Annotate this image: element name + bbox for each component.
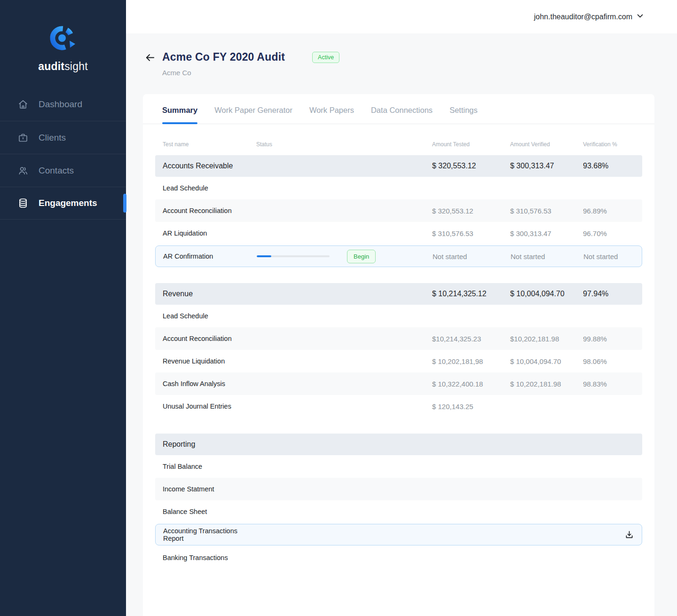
brand-wordmark: auditsight xyxy=(38,60,88,73)
verification-cell: 97.94% xyxy=(583,290,642,298)
tab-work-paper-generator[interactable]: Work Paper Generator xyxy=(214,94,292,124)
row-revenue-liquidation[interactable]: Revenue Liquidation$ 10,202,181,98$ 10,0… xyxy=(155,350,642,372)
amount-verified-cell: $ 310,576.53 xyxy=(510,207,583,215)
row-lead-schedule[interactable]: Lead Schedule xyxy=(155,305,642,327)
test-name-cell: AR Confirmation xyxy=(163,253,257,260)
home-icon xyxy=(17,98,29,111)
row-ar-liquidation[interactable]: AR Liquidation$ 310,576.53$ 300,313.4796… xyxy=(155,222,642,245)
row-account-reconciliation[interactable]: Account Reconciliation$10,214,325.23$10,… xyxy=(155,327,642,350)
sidebar-item-clients[interactable]: Clients xyxy=(0,121,126,154)
active-indicator xyxy=(123,194,126,213)
table-section-revenue: Revenue$ 10,214,325.12$ 10,004,094.7097.… xyxy=(155,283,642,418)
column-test-name: Test name xyxy=(163,141,256,148)
brand-name-bold: audit xyxy=(38,60,64,72)
brand: auditsight xyxy=(0,0,126,73)
arrow-left-icon xyxy=(145,57,156,64)
test-name-cell: Unusal Journal Entries xyxy=(163,403,256,410)
test-name-cell: Lead Schedule xyxy=(163,312,256,320)
row-unusal-journal-entries[interactable]: Unusal Journal Entries$ 120,143.25 xyxy=(155,395,642,418)
section-name: Accounts Receivable xyxy=(163,162,256,170)
app: auditsight Dashboard Clients xyxy=(0,0,677,616)
section-header-row-accounts-receivable: Accounts Receivable$ 320,553.12$ 300,313… xyxy=(155,155,642,177)
test-name-cell: Accounting Transactions Report xyxy=(163,527,257,542)
row-accounting-transactions-report[interactable]: Accounting Transactions Report xyxy=(155,524,642,545)
chevron-down-icon xyxy=(636,12,644,22)
tab-bar: Summary Work Paper Generator Work Papers… xyxy=(143,94,654,124)
test-name-cell: Balance Sheet xyxy=(163,508,256,515)
status-cell: Begin xyxy=(257,250,433,263)
back-button[interactable] xyxy=(145,52,156,64)
begin-button[interactable]: Begin xyxy=(347,250,376,263)
sidebar-item-label: Clients xyxy=(39,133,66,143)
user-menu[interactable]: john.theauditor@cpafirm.com xyxy=(534,12,644,22)
table-header: Test name Status Amount Tested Amount Ve… xyxy=(155,124,642,155)
section-name: Reporting xyxy=(163,440,256,449)
test-name-cell: Lead Schedule xyxy=(163,184,256,192)
tab-settings[interactable]: Settings xyxy=(449,94,478,124)
status-badge: Active xyxy=(312,52,339,63)
verification-cell: 99.88% xyxy=(583,335,642,343)
verification-cell: 98.83% xyxy=(583,380,642,388)
amount-tested-cell: $ 10,322,400.18 xyxy=(432,380,510,388)
test-name-cell: Revenue Liquidation xyxy=(163,357,256,365)
sidebar-item-label: Contacts xyxy=(39,166,74,176)
row-income-statment[interactable]: Income Statment xyxy=(155,478,642,500)
row-cash-inflow-analysis[interactable]: Cash Inflow Analysis$ 10,322,400.18$ 10,… xyxy=(155,372,642,395)
sidebar: auditsight Dashboard Clients xyxy=(0,0,126,616)
people-icon xyxy=(17,165,29,177)
page-title: Acme Co FY 2020 Audit xyxy=(162,51,285,63)
column-verification: Verification % xyxy=(583,141,642,148)
row-trial-balance[interactable]: Trial Balance xyxy=(155,455,642,478)
sidebar-item-label: Engagements xyxy=(39,198,97,208)
brand-name-light: sight xyxy=(64,60,88,72)
sidebar-item-engagements[interactable]: Engagements xyxy=(0,187,126,220)
table-section-accounts-receivable: Accounts Receivable$ 320,553.12$ 300,313… xyxy=(155,155,642,267)
sidebar-nav: Dashboard Clients Contacts xyxy=(0,88,126,220)
amount-verified-cell: $ 10,004,094.70 xyxy=(510,290,583,298)
amount-verified-cell: $ 300,313.47 xyxy=(510,229,583,237)
amount-verified-cell: $ 10,202,181.98 xyxy=(510,380,583,388)
tab-work-papers[interactable]: Work Papers xyxy=(309,94,354,124)
section-name: Revenue xyxy=(163,290,256,298)
row-balance-sheet[interactable]: Balance Sheet xyxy=(155,500,642,523)
table-section-reporting: ReportingTrial BalanceIncome StatmentBal… xyxy=(155,434,642,569)
row-ar-confirmation[interactable]: AR ConfirmationBeginNot startedNot start… xyxy=(155,245,642,267)
amount-tested-cell: Not started xyxy=(433,253,511,261)
section-header-row-revenue: Revenue$ 10,214,325.12$ 10,004,094.7097.… xyxy=(155,283,642,305)
progress-bar xyxy=(257,255,330,257)
auditsight-logo-icon xyxy=(48,23,78,55)
amount-verified-cell: $ 300,313.47 xyxy=(510,162,583,170)
verification-cell: 96.70% xyxy=(583,229,642,237)
download-icon xyxy=(624,534,634,541)
titles: Acme Co FY 2020 Audit Active Acme Co xyxy=(162,51,339,77)
tab-summary[interactable]: Summary xyxy=(162,94,197,124)
test-name-cell: Account Reconciliation xyxy=(163,335,256,342)
tab-data-connections[interactable]: Data Connections xyxy=(371,94,433,124)
verification-cell: 98.06% xyxy=(583,357,642,365)
sidebar-item-contacts[interactable]: Contacts xyxy=(0,154,126,187)
row-banking-transactions[interactable]: Banking Transactions xyxy=(155,546,642,569)
topbar: john.theauditor@cpafirm.com xyxy=(126,0,677,33)
column-status: Status xyxy=(256,141,432,148)
test-name-cell: Banking Transactions xyxy=(163,554,256,561)
amount-tested-cell: $ 120,143.25 xyxy=(432,403,510,411)
verification-cell: 93.68% xyxy=(583,162,642,170)
page: Acme Co FY 2020 Audit Active Acme Co Sum… xyxy=(126,33,677,616)
amount-tested-cell: $ 10,202,181,98 xyxy=(432,357,510,365)
row-lead-schedule[interactable]: Lead Schedule xyxy=(155,177,642,199)
user-email: john.theauditor@cpafirm.com xyxy=(534,13,632,21)
page-header: Acme Co FY 2020 Audit Active Acme Co xyxy=(126,33,677,77)
amount-tested-cell: $ 10,214,325.12 xyxy=(432,290,510,298)
amount-verified-cell: Not started xyxy=(511,253,583,261)
database-icon xyxy=(17,197,29,209)
sidebar-item-label: Dashboard xyxy=(39,99,82,110)
progress-fill xyxy=(257,255,271,257)
amount-verified-cell: $ 10,004,094.70 xyxy=(510,357,583,365)
content-card: Summary Work Paper Generator Work Papers… xyxy=(143,94,654,616)
table-body: Accounts Receivable$ 320,553.12$ 300,313… xyxy=(155,155,642,569)
test-name-cell: Cash Inflow Analysis xyxy=(163,380,256,387)
column-amount-tested: Amount Tested xyxy=(432,141,510,148)
row-account-reconciliation[interactable]: Account Reconciliation$ 320,553.12$ 310,… xyxy=(155,199,642,222)
sidebar-item-dashboard[interactable]: Dashboard xyxy=(0,88,126,121)
download-button[interactable] xyxy=(624,530,634,540)
